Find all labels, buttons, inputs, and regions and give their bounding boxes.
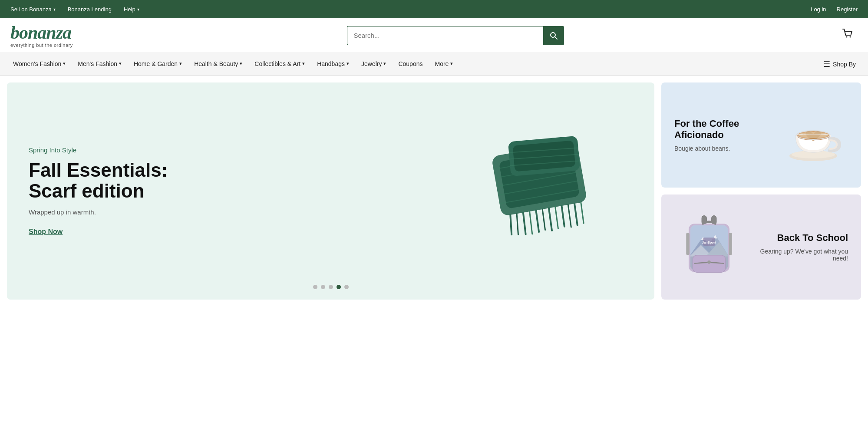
nav-label-collectibles: Collectibles & Art bbox=[254, 60, 300, 67]
backpack-icon: JanSport bbox=[679, 212, 739, 282]
svg-line-11 bbox=[508, 215, 514, 234]
help-link[interactable]: Help ▾ bbox=[124, 6, 139, 13]
svg-line-17 bbox=[548, 208, 553, 231]
svg-line-20 bbox=[567, 205, 572, 227]
cart-icon[interactable] bbox=[838, 26, 858, 45]
banner-title: Fall Essentials: Scarf edition bbox=[29, 160, 194, 202]
handbags-chevron-icon: ▾ bbox=[347, 61, 349, 66]
help-label: Help bbox=[124, 6, 135, 13]
carousel-dots bbox=[313, 285, 349, 289]
jewelry-chevron-icon: ▾ bbox=[383, 61, 386, 66]
svg-line-13 bbox=[522, 213, 527, 234]
top-bar-right: Log in Register bbox=[811, 6, 858, 13]
banner-content: Spring Into Style Fall Essentials: Scarf… bbox=[29, 146, 194, 236]
backpack-banner-title: Back To School bbox=[744, 232, 848, 244]
logo[interactable]: bonanza everything but the ordinary bbox=[10, 23, 73, 48]
banner-image bbox=[463, 115, 628, 267]
main-nav: Women's Fashion ▾ Men's Fashion ▾ Home &… bbox=[0, 53, 868, 76]
carousel-dot-1[interactable] bbox=[313, 285, 317, 289]
side-banners: For the Coffee Aficionado Bougie about b… bbox=[661, 82, 861, 300]
backpack-banner[interactable]: JanSport Back To School Gearing up? We'v… bbox=[661, 195, 861, 300]
coffee-banner-title: For the Coffee Aficionado bbox=[674, 118, 779, 141]
svg-line-21 bbox=[574, 204, 578, 225]
nav-item-jewelry[interactable]: Jewelry ▾ bbox=[355, 53, 392, 76]
svg-line-16 bbox=[541, 209, 546, 230]
svg-line-14 bbox=[528, 211, 534, 234]
scarf-illustration bbox=[472, 122, 620, 260]
carousel-dot-3[interactable] bbox=[329, 285, 333, 289]
nav-item-health-beauty[interactable]: Health & Beauty ▾ bbox=[188, 53, 248, 76]
backpack-banner-text: Back To School Gearing up? We've got wha… bbox=[744, 232, 848, 262]
svg-line-15 bbox=[535, 211, 540, 232]
top-bar: Sell on Bonanza ▾ Bonanza Lending Help ▾… bbox=[0, 0, 868, 18]
womens-chevron-icon: ▾ bbox=[63, 61, 66, 66]
sell-chevron-icon: ▾ bbox=[53, 7, 56, 12]
bonanza-lending-label: Bonanza Lending bbox=[68, 6, 112, 13]
search-button[interactable] bbox=[543, 26, 564, 45]
svg-line-22 bbox=[580, 202, 584, 223]
nav-item-handbags[interactable]: Handbags ▾ bbox=[311, 53, 355, 76]
carousel-dot-2[interactable] bbox=[321, 285, 325, 289]
search-input[interactable] bbox=[347, 26, 543, 45]
coffee-banner[interactable]: For the Coffee Aficionado Bougie about b… bbox=[661, 82, 861, 188]
svg-line-19 bbox=[561, 206, 565, 227]
nav-label-home: Home & Garden bbox=[134, 60, 178, 67]
svg-point-2 bbox=[846, 36, 848, 38]
register-link[interactable]: Register bbox=[837, 6, 858, 13]
sell-on-bonanza-label: Sell on Bonanza bbox=[10, 6, 52, 13]
search-bar bbox=[347, 26, 564, 45]
nav-item-coupons[interactable]: Coupons bbox=[392, 53, 429, 76]
logo-text: bonanza bbox=[10, 23, 73, 42]
backpack-banner-desc: Gearing up? We've got what you need! bbox=[744, 248, 848, 262]
health-chevron-icon: ▾ bbox=[240, 61, 242, 66]
nav-item-mens-fashion[interactable]: Men's Fashion ▾ bbox=[72, 53, 128, 76]
svg-rect-50 bbox=[729, 233, 732, 255]
help-chevron-icon: ▾ bbox=[137, 7, 139, 12]
nav-label-handbags: Handbags bbox=[317, 60, 345, 67]
hero-section: Spring Into Style Fall Essentials: Scarf… bbox=[0, 76, 868, 300]
shop-by-label: Shop By bbox=[833, 61, 856, 68]
svg-text:JanSport: JanSport bbox=[702, 241, 716, 244]
coffee-image bbox=[779, 100, 848, 170]
banner-description: Wrapped up in warmth. bbox=[29, 208, 194, 216]
login-link[interactable]: Log in bbox=[811, 6, 826, 13]
svg-rect-49 bbox=[686, 233, 690, 255]
nav-label-coupons: Coupons bbox=[398, 60, 422, 67]
hamburger-icon: ☰ bbox=[823, 59, 830, 69]
register-label: Register bbox=[837, 6, 858, 13]
shop-now-button[interactable]: Shop Now bbox=[29, 228, 63, 236]
coffee-banner-text: For the Coffee Aficionado Bougie about b… bbox=[674, 118, 779, 152]
carousel-dot-5[interactable] bbox=[344, 285, 349, 289]
carousel-dot-4[interactable] bbox=[337, 285, 341, 289]
mens-chevron-icon: ▾ bbox=[119, 61, 122, 66]
coffee-cup-icon bbox=[783, 105, 844, 165]
shop-by-button[interactable]: ☰ Shop By bbox=[818, 59, 861, 69]
nav-item-collectibles[interactable]: Collectibles & Art ▾ bbox=[248, 53, 311, 76]
login-label: Log in bbox=[811, 6, 826, 13]
svg-point-3 bbox=[850, 36, 851, 38]
header: bonanza everything but the ordinary bbox=[0, 18, 868, 53]
top-bar-left: Sell on Bonanza ▾ Bonanza Lending Help ▾ bbox=[10, 6, 811, 13]
nav-label-womens: Women's Fashion bbox=[13, 60, 61, 67]
sell-on-bonanza-link[interactable]: Sell on Bonanza ▾ bbox=[10, 6, 56, 13]
nav-label-health: Health & Beauty bbox=[194, 60, 238, 67]
svg-rect-47 bbox=[693, 255, 725, 273]
svg-line-1 bbox=[555, 36, 558, 39]
nav-item-more[interactable]: More ▾ bbox=[429, 53, 459, 76]
banner-subtitle: Spring Into Style bbox=[29, 146, 194, 154]
search-icon bbox=[549, 31, 558, 40]
nav-item-home-garden[interactable]: Home & Garden ▾ bbox=[128, 53, 188, 76]
svg-line-18 bbox=[554, 207, 559, 229]
nav-label-mens: Men's Fashion bbox=[78, 60, 117, 67]
nav-item-womens-fashion[interactable]: Women's Fashion ▾ bbox=[7, 53, 72, 76]
backpack-image: JanSport bbox=[674, 212, 744, 282]
cart-svg bbox=[842, 28, 854, 40]
svg-point-48 bbox=[707, 260, 711, 264]
nav-items: Women's Fashion ▾ Men's Fashion ▾ Home &… bbox=[7, 53, 818, 76]
home-chevron-icon: ▾ bbox=[179, 61, 182, 66]
bonanza-lending-link[interactable]: Bonanza Lending bbox=[68, 6, 112, 13]
svg-point-32 bbox=[799, 132, 828, 138]
main-banner: Spring Into Style Fall Essentials: Scarf… bbox=[7, 82, 654, 300]
svg-rect-24 bbox=[513, 140, 576, 171]
coffee-banner-desc: Bougie about beans. bbox=[674, 145, 779, 152]
